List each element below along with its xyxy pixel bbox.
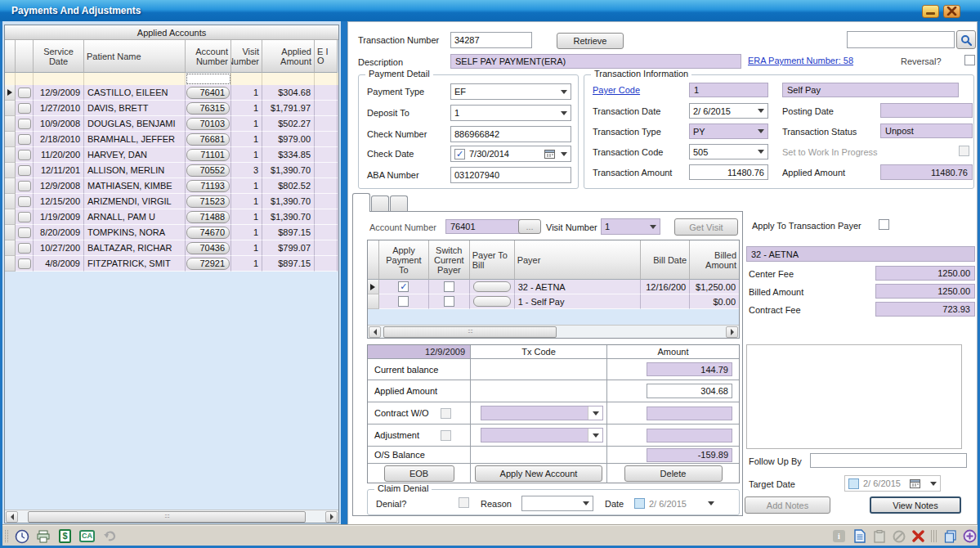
row-expand-button[interactable] [18, 165, 31, 176]
document-icon[interactable] [852, 528, 867, 544]
account-number-button[interactable]: 76315 [186, 102, 230, 115]
cell-applied-amount[interactable]: $502.27 [262, 116, 315, 132]
cell-applied-amount[interactable]: $1,791.97 [262, 101, 315, 116]
cell-payer-to-bill[interactable] [470, 280, 515, 294]
payer-header-switch[interactable]: Switch Current Payer [429, 240, 470, 280]
row-expand-cell[interactable] [16, 178, 34, 194]
cell-billed-amount[interactable]: $1,250.00 [690, 280, 739, 294]
cell-service-date[interactable]: 10/27/200 [34, 240, 84, 256]
row-expand-button[interactable] [18, 88, 31, 98]
deposit-to-combo[interactable]: 1 [450, 105, 571, 121]
cell-applied-amount[interactable]: $897.15 [262, 225, 315, 240]
row-selector[interactable] [5, 209, 16, 225]
scroll-right-button[interactable] [726, 326, 738, 338]
table-row[interactable]: 1/27/2010 DAVIS, BRETT 76315 1 $1,791.97 [5, 101, 338, 116]
cell-payer[interactable]: 1 - Self Pay [515, 294, 642, 309]
cell-applied-amount[interactable]: $979.00 [262, 132, 315, 147]
print-icon[interactable] [35, 528, 51, 544]
row-selector[interactable] [5, 225, 16, 240]
medical-plus-icon[interactable] [962, 528, 978, 544]
payer-to-bill-button[interactable] [473, 281, 511, 292]
row-expand-button[interactable] [18, 243, 31, 254]
cell-patient-name[interactable]: CASTILLO, EILEEN [84, 85, 186, 101]
cell-patient-name[interactable]: DOUGLAS, BENJAMI [84, 116, 186, 132]
grid-horizontal-scrollbar[interactable] [5, 510, 338, 523]
cell-visit-number[interactable]: 1 [231, 132, 262, 147]
scroll-right-button[interactable] [325, 511, 338, 523]
cell-account-number[interactable]: 71488 [186, 209, 231, 225]
cell-applied-amount[interactable]: $1,390.70 [262, 209, 315, 225]
cell-account-number[interactable]: 72921 [186, 256, 231, 272]
delete-button[interactable]: Delete [624, 465, 723, 482]
row-expand-button[interactable] [18, 150, 31, 160]
tab[interactable] [352, 193, 370, 212]
cell-apply-payment[interactable] [379, 294, 429, 309]
table-row[interactable]: 12/15/200 ARIZMENDI, VIRGIL 71523 1 $1,3… [5, 194, 338, 209]
row-expand-cell[interactable] [16, 116, 34, 132]
scroll-track[interactable] [381, 326, 726, 338]
scroll-left-button[interactable] [6, 511, 18, 523]
cell-patient-name[interactable]: ARIZMENDI, VIRGIL [84, 194, 186, 209]
cell-service-date[interactable]: 4/8/2009 [34, 256, 84, 272]
cell-service-date[interactable]: 10/9/2008 [34, 116, 84, 132]
apply-payment-checkbox[interactable] [398, 296, 409, 307]
contract-wo-combo[interactable] [481, 406, 603, 420]
row-expand-button[interactable] [18, 103, 31, 114]
reason-combo[interactable] [521, 496, 593, 511]
cell-account-number[interactable]: 76681 [186, 132, 231, 147]
cell-service-date[interactable]: 1/27/2010 [34, 101, 84, 116]
target-date-picker[interactable]: 2/ 6/2015 [844, 475, 941, 492]
cell-account-number[interactable]: 71193 [186, 178, 231, 194]
table-row[interactable]: 12/9/2009 CASTILLO, EILEEN 76401 1 $304.… [5, 85, 338, 101]
adjustment-checkbox[interactable] [441, 430, 451, 441]
table-row[interactable]: 10/9/2008 DOUGLAS, BENJAMI 70103 1 $502.… [5, 116, 338, 132]
payer-name-field[interactable]: Self Pay [782, 83, 959, 97]
row-selector[interactable] [5, 132, 16, 147]
table-row[interactable]: 8/20/2009 TOMPKINS, NORA 74670 1 $897.15 [5, 225, 338, 240]
account-number-button[interactable]: 71101 [186, 149, 230, 161]
cell-service-date[interactable]: 12/15/200 [34, 194, 84, 209]
cell-account-number[interactable]: 76401 [186, 85, 231, 101]
transaction-code-combo[interactable]: 505 [689, 144, 768, 159]
close-button[interactable] [943, 5, 960, 18]
panel-splitter[interactable] [341, 21, 347, 525]
scroll-thumb[interactable] [383, 326, 557, 338]
cell-patient-name[interactable]: MATHIASEN, KIMBE [84, 178, 186, 194]
payer-header-billed-amount[interactable]: Billed Amount [690, 240, 739, 280]
search-button[interactable] [956, 30, 976, 49]
cell-service-date[interactable]: 11/20/200 [34, 147, 84, 163]
cell-applied-amount[interactable]: $799.07 [262, 240, 315, 256]
cell-account-number[interactable]: 74670 [186, 225, 231, 240]
payer-grid-horizontal-scrollbar[interactable] [368, 325, 739, 338]
delete-red-x-icon[interactable] [911, 528, 926, 544]
cell-visit-number[interactable]: 1 [231, 209, 262, 225]
row-expand-button[interactable] [18, 258, 31, 269]
row-expand-cell[interactable] [16, 256, 34, 272]
cell-service-date[interactable]: 12/9/2009 [34, 85, 84, 101]
adjustment-amount-field[interactable] [647, 429, 732, 442]
table-row[interactable]: 2/18/2010 BRAMHALL, JEFFER 76681 1 $979.… [5, 132, 338, 147]
cell-switch-payer[interactable] [429, 294, 470, 309]
row-selector[interactable] [368, 280, 379, 294]
denial-checkbox[interactable] [459, 497, 469, 508]
payment-posting-icon[interactable]: $ [57, 528, 73, 544]
scroll-track[interactable] [18, 511, 325, 523]
row-selector[interactable] [5, 240, 16, 256]
account-number-field[interactable]: 76401 [445, 219, 521, 234]
row-selector[interactable] [5, 194, 16, 209]
apply-payment-checkbox[interactable]: ✓ [398, 281, 409, 292]
visit-number-combo[interactable]: 1 [601, 218, 660, 235]
scroll-thumb[interactable] [28, 511, 306, 523]
minimize-button[interactable] [922, 5, 939, 18]
row-expand-button[interactable] [18, 196, 31, 207]
account-number-button[interactable]: 74670 [186, 227, 230, 239]
aba-number-input[interactable]: 031207940 [450, 167, 571, 183]
switch-payer-checkbox[interactable] [444, 281, 454, 292]
cell-applied-amount[interactable]: $802.52 [262, 178, 315, 194]
transaction-amount-input[interactable]: 11480.76 [689, 164, 768, 180]
cell-applied-amount[interactable]: $304.68 [262, 85, 315, 101]
account-number-button[interactable]: 70103 [186, 118, 230, 130]
cell-applied-amount[interactable]: $334.85 [262, 147, 315, 163]
cell-visit-number[interactable]: 1 [231, 240, 262, 256]
cell-switch-payer[interactable] [429, 280, 470, 294]
